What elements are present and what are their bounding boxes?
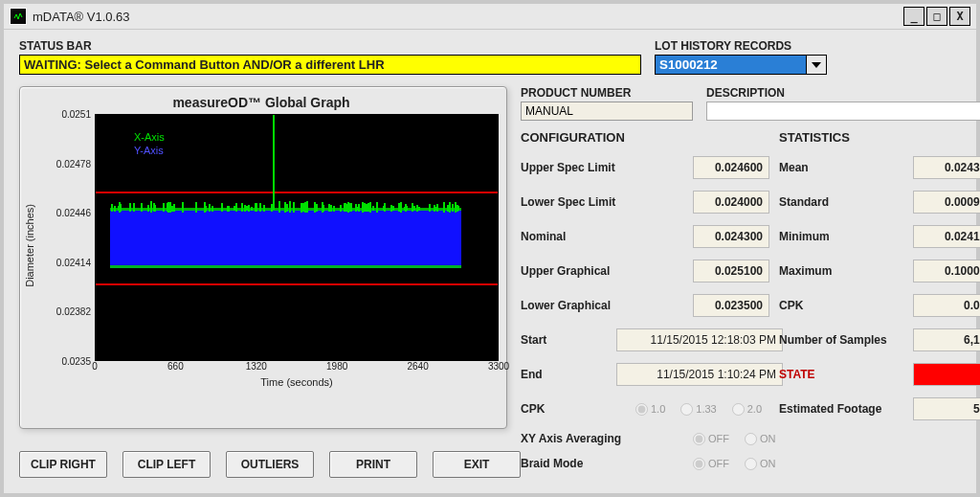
stat-cpk-label: CPK xyxy=(779,299,903,312)
stat-min-value: 0.024150 xyxy=(913,225,980,248)
cfg-start-value: 11/15/2015 12:18:03 PM xyxy=(616,328,783,351)
product-label: PRODUCT NUMBER xyxy=(521,86,693,100)
stat-std-label: Standard xyxy=(779,195,903,209)
button-row: CLIP RIGHT CLIP LEFT OUTLIERS PRINT EXIT xyxy=(19,451,521,478)
lot-label: LOT HISTORY RECORDS xyxy=(655,39,980,53)
cfg-lgr-label: Lower Graphical xyxy=(521,299,683,312)
chevron-down-icon xyxy=(812,62,821,68)
chart-xlabel: Time (seconds) xyxy=(95,376,499,392)
window-controls: _ □ X xyxy=(902,7,970,26)
cfg-nominal-label: Nominal xyxy=(521,230,683,243)
chart-xticks: 06601320198026403300 xyxy=(95,361,499,376)
cpk-radio-10[interactable] xyxy=(635,403,648,416)
chart-yticks: 0.02350.023820.024140.024460.024780.0251 xyxy=(47,114,95,361)
outliers-button[interactable]: OUTLIERS xyxy=(226,451,314,478)
cfg-lsl-label: Lower Spec Limit xyxy=(521,195,683,209)
stat-max-label: Maximum xyxy=(779,264,903,278)
stat-state-label: STATE xyxy=(779,368,903,381)
cpk-radio-20[interactable] xyxy=(732,403,745,416)
cfg-xyavg-label: XY Axis Averaging xyxy=(521,432,683,445)
stats-header: STATISTICS xyxy=(779,130,903,145)
lot-history-combo[interactable] xyxy=(655,55,980,75)
braid-off[interactable] xyxy=(693,458,705,470)
stat-std-value: 0.000966 xyxy=(913,191,980,214)
chart-legend: X-Axis Y-Axis xyxy=(134,130,165,157)
stat-cpk-value: 0.099 xyxy=(913,294,980,317)
braid-on[interactable] xyxy=(745,458,757,470)
stat-samples-value: 6,194 xyxy=(913,328,980,351)
stat-footage-value: 516 xyxy=(913,397,980,420)
maximize-button[interactable]: □ xyxy=(926,7,947,26)
app-window: mDATA® V1.0.63 _ □ X STATUS BAR WAITING:… xyxy=(0,0,980,497)
stat-min-label: Minimum xyxy=(779,230,903,243)
print-button[interactable]: PRINT xyxy=(329,451,417,478)
close-button[interactable]: X xyxy=(949,7,970,26)
cfg-xyavg-options: OFF ON xyxy=(693,433,769,445)
xyavg-off[interactable] xyxy=(693,433,705,445)
status-label: STATUS BAR xyxy=(19,39,507,53)
lot-dropdown-button[interactable] xyxy=(806,55,827,75)
stat-mean-value: 0.024312 xyxy=(913,156,980,179)
stat-mean-label: Mean xyxy=(779,161,903,174)
stat-samples-label: Number of Samples xyxy=(779,333,903,347)
window-title: mDATA® V1.0.63 xyxy=(33,10,902,24)
cfg-cpk-options: 1.0 1.33 2.0 xyxy=(635,403,789,416)
chart-panel: measureOD™ Global Graph Diameter (inches… xyxy=(19,86,507,429)
clip-right-button[interactable]: CLIP RIGHT xyxy=(19,451,107,478)
product-input[interactable] xyxy=(521,102,693,121)
stat-state-value xyxy=(913,363,980,386)
chart-plot: X-Axis Y-Axis xyxy=(95,114,499,361)
description-input[interactable] xyxy=(706,102,980,121)
stat-max-value: 0.100000 xyxy=(913,260,980,282)
stat-footage-label: Estimated Footage xyxy=(779,402,903,416)
cpk-radio-133[interactable] xyxy=(680,403,693,416)
minimize-button[interactable]: _ xyxy=(903,7,924,26)
cfg-nominal-value: 0.024300 xyxy=(693,225,769,248)
cfg-usl-value: 0.024600 xyxy=(693,156,769,179)
app-icon xyxy=(10,8,27,25)
chart-ylabel: Diameter (inches) xyxy=(24,204,47,287)
cfg-ugr-value: 0.025100 xyxy=(693,260,769,282)
config-header: CONFIGURATION xyxy=(521,130,683,145)
cfg-end-value: 11/15/2015 1:10:24 PM xyxy=(616,363,783,386)
clip-left-button[interactable]: CLIP LEFT xyxy=(122,451,211,478)
cfg-braid-label: Braid Mode xyxy=(521,457,683,470)
status-message: WAITING: Select a Command Button AND/OR … xyxy=(19,55,641,75)
titlebar: mDATA® V1.0.63 _ □ X xyxy=(4,4,976,30)
cfg-braid-options: OFF ON xyxy=(693,458,769,470)
cfg-ugr-label: Upper Graphical xyxy=(521,264,683,278)
xyavg-on[interactable] xyxy=(745,433,757,445)
cfg-lgr-value: 0.023500 xyxy=(693,294,769,317)
cfg-lsl-value: 0.024000 xyxy=(693,191,769,214)
description-label: DESCRIPTION xyxy=(706,86,980,100)
exit-button[interactable]: EXIT xyxy=(433,451,521,478)
cfg-usl-label: Upper Spec Limit xyxy=(521,161,683,174)
lot-history-input[interactable] xyxy=(655,55,806,75)
chart-title: measureOD™ Global Graph xyxy=(24,95,499,110)
